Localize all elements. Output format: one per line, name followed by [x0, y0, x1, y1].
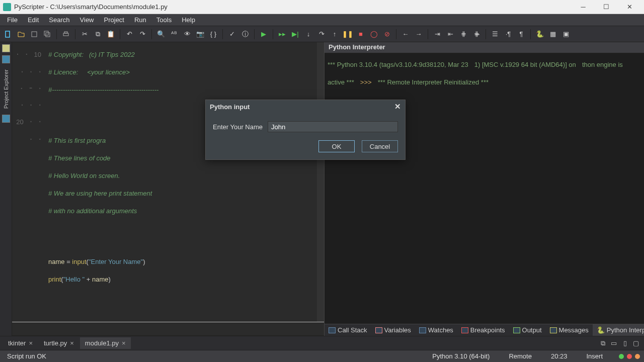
file-tab-turtle[interactable]: turtle.py×: [39, 337, 79, 349]
file-tabbar: tkinter× turtle.py× module1.py× ⧉ ▭ ▯ ▢: [0, 336, 644, 350]
menu-run[interactable]: Run: [129, 15, 151, 25]
panels-icon[interactable]: ▣: [560, 28, 572, 40]
file-tab-module1[interactable]: module1.py×: [80, 337, 131, 349]
run-icon[interactable]: ▶: [258, 28, 270, 40]
python-versions-icon[interactable]: 🐍: [534, 28, 546, 40]
tab-output[interactable]: Output: [509, 324, 546, 336]
tab-layout1-icon[interactable]: ▭: [609, 338, 619, 348]
paste-icon[interactable]: 📋: [105, 28, 117, 40]
tab-layout2-icon[interactable]: ▯: [620, 338, 630, 348]
layout-icon[interactable]: ▦: [547, 28, 559, 40]
tab-call-stack[interactable]: Call Stack: [325, 324, 371, 336]
whitespace-icon[interactable]: ·¶: [502, 28, 514, 40]
stop-icon[interactable]: ■: [355, 28, 367, 40]
nav-back-icon[interactable]: ←: [399, 28, 412, 40]
output-icon: [513, 327, 520, 333]
menu-file[interactable]: File: [2, 15, 23, 25]
stack-icon: [329, 327, 336, 333]
project-explorer-tab[interactable]: Project Explorer: [2, 66, 10, 112]
step-into-icon[interactable]: ↓: [302, 28, 314, 40]
list-icon[interactable]: ☰: [489, 28, 501, 40]
svg-rect-3: [46, 33, 50, 37]
close-tab-icon[interactable]: ×: [29, 339, 33, 347]
toolbar: ✂ ⧉ 📋 ↶ ↷ 🔍 ᴬᴮ 👁 📷 { } ✓ ⓘ ▶ ▸▸ ▶| ↓ ↷ ↑…: [0, 26, 644, 42]
tab-split-icon[interactable]: ⧉: [598, 338, 608, 348]
menu-view[interactable]: View: [75, 15, 99, 25]
dialog-input[interactable]: [268, 121, 398, 132]
bp-icon: [461, 327, 468, 333]
code-editor[interactable]: # Copyright: (c) IT Tips 2022 # Licence:…: [45, 42, 317, 322]
side-toolbar: Project Explorer: [0, 42, 12, 336]
breakpoint-clear-icon[interactable]: ⊘: [381, 28, 393, 40]
new-file-icon[interactable]: [2, 28, 14, 40]
breakpoint-toggle-icon[interactable]: ◯: [368, 28, 380, 40]
file-tab-tkinter[interactable]: tkinter×: [3, 337, 38, 349]
python-icon: 🐍: [597, 326, 605, 334]
scrollbar[interactable]: [317, 42, 324, 322]
find-next-icon[interactable]: 👁: [181, 28, 193, 40]
dialog-close-icon[interactable]: ✕: [394, 102, 401, 111]
splitter[interactable]: [12, 322, 324, 336]
redo-icon[interactable]: ↷: [136, 28, 148, 40]
cut-icon[interactable]: ✂: [78, 28, 91, 40]
status-led-green: [619, 354, 624, 359]
side-btn-2[interactable]: [2, 55, 10, 63]
run-to-cursor-icon[interactable]: ▶|: [289, 28, 301, 40]
tab-variables[interactable]: Variables: [371, 324, 415, 336]
status-led-red: [627, 354, 632, 359]
tab-breakpoints[interactable]: Breakpoints: [457, 324, 509, 336]
info-icon[interactable]: ⓘ: [239, 28, 251, 40]
status-led-orange: [635, 354, 640, 359]
print-icon[interactable]: [60, 28, 72, 40]
undo-icon[interactable]: ↶: [123, 28, 135, 40]
outdent-icon[interactable]: ⇤: [444, 28, 456, 40]
syntax-check-icon[interactable]: ✓: [226, 28, 238, 40]
status-engine: Remote: [506, 352, 535, 360]
close-button[interactable]: ✕: [618, 0, 641, 14]
cancel-button[interactable]: Cancel: [362, 140, 398, 152]
open-file-icon[interactable]: [15, 28, 27, 40]
maximize-button[interactable]: ☐: [595, 0, 618, 14]
status-bar: Script run OK Python 3.10 (64-bit) Remot…: [0, 350, 644, 362]
debug-icon[interactable]: ▸▸: [276, 28, 288, 40]
replace-icon[interactable]: ᴬᴮ: [168, 28, 180, 40]
interpreter-panel: Python Interpreter *** Python 3.10.4 (ta…: [324, 42, 644, 336]
menu-project[interactable]: Project: [99, 15, 129, 25]
save-icon[interactable]: [28, 28, 40, 40]
nav-fwd-icon[interactable]: →: [413, 28, 425, 40]
copy-icon[interactable]: ⧉: [92, 28, 104, 40]
search-icon[interactable]: 🔍: [155, 28, 167, 40]
comment-icon[interactable]: ⋕: [457, 28, 469, 40]
ok-button[interactable]: OK: [318, 140, 355, 152]
indent-icon[interactable]: ⇥: [431, 28, 443, 40]
menu-tools[interactable]: Tools: [151, 15, 177, 25]
menu-bar: File Edit Search View Project Run Tools …: [0, 14, 644, 26]
input-dialog: Python input ✕ Enter Your Name OK Cancel: [205, 100, 406, 160]
pause-icon[interactable]: ❚❚: [342, 28, 354, 40]
interpreter-output[interactable]: *** Python 3.10.4 (tags/v3.10.4:9d38120,…: [325, 53, 644, 324]
msg-icon: [550, 327, 557, 333]
menu-edit[interactable]: Edit: [23, 15, 44, 25]
menu-search[interactable]: Search: [44, 15, 74, 25]
side-btn-3[interactable]: [2, 115, 10, 123]
side-btn-1[interactable]: [2, 44, 10, 52]
close-tab-icon[interactable]: ×: [70, 339, 74, 347]
status-insert: Insert: [583, 352, 606, 360]
tab-watches[interactable]: Watches: [415, 324, 457, 336]
svg-rect-0: [6, 31, 10, 37]
tab-messages[interactable]: Messages: [546, 324, 593, 336]
tab-python-interpreter[interactable]: 🐍Python Interpreter: [593, 324, 644, 336]
tab-layout3-icon[interactable]: ▢: [631, 338, 641, 348]
minimize-button[interactable]: ─: [572, 0, 595, 14]
app-icon: [3, 3, 11, 11]
menu-help[interactable]: Help: [177, 15, 200, 25]
step-over-icon[interactable]: ↷: [315, 28, 328, 40]
brackets-icon[interactable]: { }: [207, 28, 219, 40]
paragraph-icon[interactable]: ¶: [515, 28, 527, 40]
uncomment-icon[interactable]: ⋕̶: [470, 28, 482, 40]
close-tab-icon[interactable]: ×: [122, 339, 126, 347]
step-out-icon[interactable]: ↑: [329, 28, 341, 40]
svg-rect-2: [44, 31, 48, 35]
save-all-icon[interactable]: [41, 28, 53, 40]
camera-icon[interactable]: 📷: [194, 28, 206, 40]
